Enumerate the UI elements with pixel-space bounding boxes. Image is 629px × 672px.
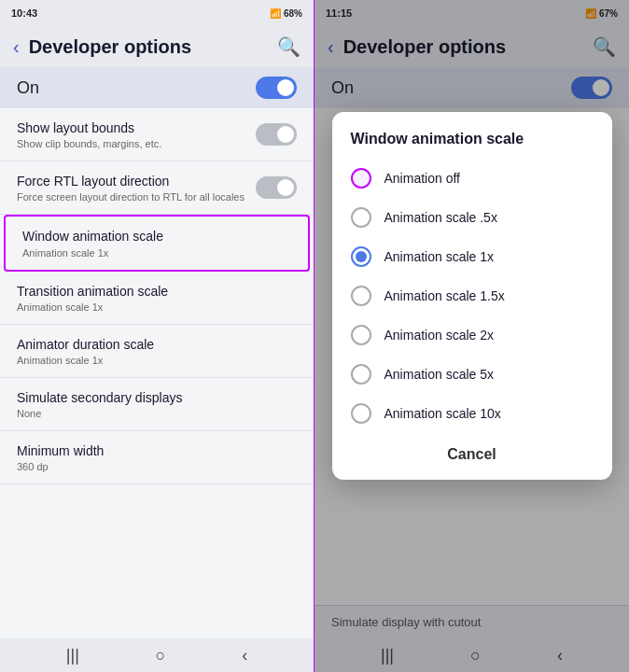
force-rtl-toggle[interactable] <box>256 176 297 199</box>
radio-scale-1x-dot <box>356 251 367 262</box>
dialog-cancel-button[interactable]: Cancel <box>447 446 496 462</box>
left-time: 10:43 <box>11 7 37 19</box>
setting-minimum-width-subtitle: 360 dp <box>17 461 297 472</box>
radio-scale-5x[interactable] <box>351 364 371 385</box>
setting-animator-duration-subtitle: Animation scale 1x <box>17 355 297 366</box>
dialog-title: Window animation scale <box>332 112 612 159</box>
dialog-option-scale-5x[interactable]: Animation scale 5x <box>340 355 605 394</box>
setting-transition-animation-title: Transition animation scale <box>17 283 297 300</box>
show-layout-bounds-toggle[interactable] <box>256 123 297 146</box>
dialog-option-scale-15x-label: Animation scale 1.5x <box>384 288 505 303</box>
setting-force-rtl-title: Force RTL layout direction <box>17 173 256 189</box>
dialog-option-scale-1x-label: Animation scale 1x <box>384 249 495 264</box>
radio-scale-15x[interactable] <box>351 286 371 306</box>
setting-show-layout-bounds[interactable]: Show layout bounds Show clip bounds, mar… <box>0 108 314 161</box>
left-on-row[interactable]: On <box>0 67 314 108</box>
setting-simulate-secondary-title: Simulate secondary displays <box>17 389 297 406</box>
radio-scale-10x[interactable] <box>351 403 371 424</box>
setting-window-animation-title: Window animation scale <box>22 228 291 245</box>
left-nav-bar: ||| ○ ‹ <box>0 638 314 672</box>
right-panel: 11:15 📶 67% ‹ Developer options 🔍 On Win… <box>314 0 629 672</box>
setting-force-rtl-subtitle: Force screen layout direction to RTL for… <box>17 191 256 203</box>
left-panel: 10:43 📶 68% ‹ Developer options 🔍 On Sho… <box>0 0 314 672</box>
left-nav-home-icon[interactable]: ○ <box>156 646 166 665</box>
dialog-option-animation-off-label: Animation off <box>384 171 460 186</box>
left-header: ‹ Developer options 🔍 <box>0 26 314 67</box>
dialog-cancel-row: Cancel <box>332 433 612 480</box>
dialog-option-scale-2x[interactable]: Animation scale 2x <box>340 315 605 355</box>
setting-transition-animation-subtitle: Animation scale 1x <box>17 301 297 313</box>
left-search-icon[interactable]: 🔍 <box>277 35 301 58</box>
dialog-option-scale-05x[interactable]: Animation scale .5x <box>340 198 605 237</box>
dialog-option-scale-05x-label: Animation scale .5x <box>384 210 497 225</box>
window-animation-dialog: Window animation scale Animation off Ani… <box>332 112 612 480</box>
left-battery: 68% <box>284 8 302 19</box>
setting-window-animation-subtitle: Animation scale 1x <box>22 247 291 259</box>
setting-show-layout-bounds-subtitle: Show clip bounds, margins, etc. <box>17 138 256 149</box>
dialog-option-scale-2x-label: Animation scale 2x <box>384 328 495 343</box>
radio-animation-off[interactable] <box>351 168 371 189</box>
setting-transition-animation[interactable]: Transition animation scale Animation sca… <box>0 272 314 325</box>
left-on-toggle[interactable] <box>256 77 297 99</box>
left-status-icons: 📶 68% <box>270 8 302 19</box>
radio-scale-2x[interactable] <box>351 325 371 345</box>
setting-minimum-width[interactable]: Minimum width 360 dp <box>0 431 314 484</box>
setting-animator-duration[interactable]: Animator duration scale Animation scale … <box>0 325 314 378</box>
dialog-overlay: Window animation scale Animation off Ani… <box>314 0 629 672</box>
dialog-option-scale-10x[interactable]: Animation scale 10x <box>340 394 605 433</box>
left-page-title: Developer options <box>29 36 268 58</box>
left-back-button[interactable]: ‹ <box>13 36 20 58</box>
dialog-option-scale-15x[interactable]: Animation scale 1.5x <box>340 276 605 315</box>
setting-minimum-width-title: Minimum width <box>17 442 297 459</box>
left-status-bar: 10:43 📶 68% <box>0 0 314 26</box>
dialog-options-list: Animation off Animation scale .5x Animat… <box>332 159 612 433</box>
setting-show-layout-bounds-title: Show layout bounds <box>17 119 256 136</box>
setting-animator-duration-title: Animator duration scale <box>17 336 297 353</box>
setting-force-rtl[interactable]: Force RTL layout direction Force screen … <box>0 161 314 215</box>
setting-simulate-secondary[interactable]: Simulate secondary displays None <box>0 378 314 431</box>
setting-window-animation-scale[interactable]: Window animation scale Animation scale 1… <box>4 215 310 271</box>
left-on-label: On <box>17 78 39 98</box>
left-nav-menu-icon[interactable]: ||| <box>66 646 79 665</box>
setting-simulate-secondary-subtitle: None <box>17 408 297 419</box>
left-nav-back-icon[interactable]: ‹ <box>242 646 247 665</box>
radio-scale-05x[interactable] <box>351 207 371 228</box>
left-settings-list: Show layout bounds Show clip bounds, mar… <box>0 108 314 638</box>
left-signal-icon: 📶 <box>270 8 281 19</box>
dialog-option-scale-1x[interactable]: Animation scale 1x <box>340 237 605 276</box>
dialog-option-animation-off[interactable]: Animation off <box>340 159 605 198</box>
radio-scale-1x[interactable] <box>351 246 371 267</box>
dialog-option-scale-10x-label: Animation scale 10x <box>384 406 501 421</box>
dialog-option-scale-5x-label: Animation scale 5x <box>384 367 495 382</box>
left-toggle-knob <box>277 79 294 96</box>
